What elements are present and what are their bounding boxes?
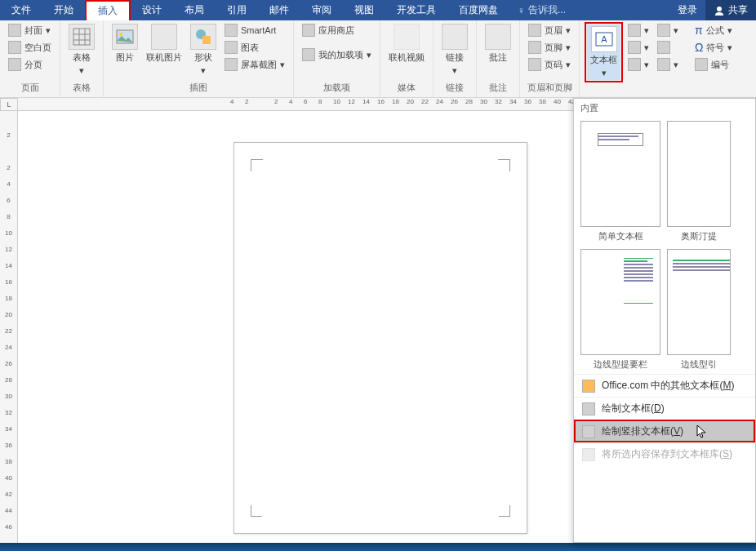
object-button[interactable]: ▾ xyxy=(654,56,682,73)
login-button[interactable]: 登录 xyxy=(669,0,705,20)
cover-page-button[interactable]: 封面▾ xyxy=(5,22,55,38)
textbox-thumb-quote[interactable]: 边线型引 xyxy=(667,249,731,371)
svg-point-7 xyxy=(119,33,122,36)
menu-more-textboxes[interactable]: Office.com 中的其他文本框(M) xyxy=(574,374,755,397)
svg-rect-9 xyxy=(202,36,211,44)
ribbon: 封面▾ 空白页 分页 页面 表格▾ 表格 图片 联机图片 形状▾ SmartAr… xyxy=(0,20,756,98)
vertical-ruler[interactable]: 2246810121416182022242628303234363840424… xyxy=(0,111,18,543)
mouse-cursor-icon xyxy=(696,424,708,439)
online-picture-button[interactable]: 联机图片 xyxy=(143,22,185,65)
draw-textbox-icon xyxy=(582,402,595,415)
textbox-thumb-austin[interactable]: 奥斯汀提 xyxy=(667,121,731,242)
wordart-icon xyxy=(628,41,641,54)
links-button[interactable]: 链接▾ xyxy=(438,22,471,78)
tab-mailings[interactable]: 邮件 xyxy=(258,0,300,20)
equation-button[interactable]: π公式▾ xyxy=(692,22,736,38)
page-number-button[interactable]: 页码▾ xyxy=(525,56,574,73)
footer-button[interactable]: 页脚▾ xyxy=(525,39,574,56)
sig-icon xyxy=(657,24,670,37)
tab-baidu[interactable]: 百度网盘 xyxy=(447,0,509,20)
group-tables-label: 表格 xyxy=(65,82,98,96)
tab-home[interactable]: 开始 xyxy=(42,0,85,20)
table-icon xyxy=(69,24,95,50)
textbox-highlight: A 文本框▾ xyxy=(585,22,623,82)
tab-references[interactable]: 引用 xyxy=(216,0,258,20)
number-icon xyxy=(695,58,708,71)
group-text: A 文本框▾ ▾ ▾ ▾ ▾ ▾ xyxy=(580,20,687,97)
group-illustrations: 图片 联机图片 形状▾ SmartArt 图表 屏幕截图▾ 插图 xyxy=(104,20,294,97)
group-pages: 封面▾ 空白页 分页 页面 xyxy=(0,20,60,97)
dropcap-button[interactable]: ▾ xyxy=(625,56,652,73)
blank-page-button[interactable]: 空白页 xyxy=(5,39,55,56)
my-addins-button[interactable]: 我的加载项▾ xyxy=(299,47,375,63)
parts-icon xyxy=(628,24,641,37)
group-comments: 批注 批注 xyxy=(477,20,520,97)
group-media-label: 媒体 xyxy=(385,82,428,96)
draw-vertical-textbox-icon xyxy=(582,425,595,438)
smartart-button[interactable]: SmartArt xyxy=(221,22,288,38)
textbox-icon: A xyxy=(591,26,617,52)
chart-icon xyxy=(225,41,238,54)
tell-me-label: 告诉我... xyxy=(528,3,566,17)
tab-developer[interactable]: 开发工具 xyxy=(385,0,447,20)
tab-file[interactable]: 文件 xyxy=(0,0,42,20)
screenshot-icon xyxy=(225,58,238,71)
header-icon xyxy=(528,24,541,37)
share-button[interactable]: 共享 xyxy=(705,0,756,20)
office-icon xyxy=(582,380,595,393)
tab-insert[interactable]: 插入 xyxy=(85,0,131,20)
group-comments-label: 批注 xyxy=(482,82,514,96)
lightbulb-icon: ♀ xyxy=(518,5,525,16)
screenshot-button[interactable]: 屏幕截图▾ xyxy=(221,56,288,73)
share-icon xyxy=(714,5,725,16)
menu-draw-vertical-textbox[interactable]: 绘制竖排文本框(V) xyxy=(574,420,755,442)
tab-layout[interactable]: 布局 xyxy=(173,0,216,20)
tab-view[interactable]: 视图 xyxy=(343,0,385,20)
online-video-button: 联机视频 xyxy=(385,22,428,65)
page[interactable] xyxy=(233,142,527,534)
group-tables: 表格▾ 表格 xyxy=(60,20,104,97)
table-button[interactable]: 表格▾ xyxy=(65,22,98,78)
number-button[interactable]: 编号 xyxy=(692,56,736,73)
group-media: 联机视频 媒体 xyxy=(380,20,434,97)
blank-icon xyxy=(8,41,21,54)
comment-button[interactable]: 批注 xyxy=(482,22,514,65)
symbol-button[interactable]: Ω符号▾ xyxy=(692,39,736,56)
wordart-button[interactable]: ▾ xyxy=(625,39,652,56)
tab-review[interactable]: 审阅 xyxy=(300,0,343,20)
svg-rect-1 xyxy=(73,29,90,45)
group-pages-label: 页面 xyxy=(5,82,55,96)
video-icon xyxy=(394,24,420,50)
chart-button[interactable]: 图表 xyxy=(221,39,288,56)
pagenum-icon xyxy=(528,58,541,71)
share-label: 共享 xyxy=(728,3,748,17)
group-addins: 应用商店 我的加载项▾ 加载项 xyxy=(294,20,380,97)
footer-icon xyxy=(528,41,541,54)
taskbar xyxy=(0,543,756,551)
group-links-label: 链接 xyxy=(438,82,471,96)
date-button[interactable] xyxy=(654,39,682,56)
shapes-button[interactable]: 形状▾ xyxy=(187,22,220,78)
tab-design[interactable]: 设计 xyxy=(131,0,173,20)
picture-button[interactable]: 图片 xyxy=(109,22,141,65)
online-picture-icon xyxy=(151,24,177,50)
header-button[interactable]: 页眉▾ xyxy=(525,22,574,38)
link-icon xyxy=(442,24,468,50)
store-button[interactable]: 应用商店 xyxy=(299,22,375,38)
store-icon xyxy=(302,24,315,37)
quick-parts-button[interactable]: ▾ xyxy=(625,22,652,38)
textbox-button[interactable]: A 文本框▾ xyxy=(587,24,620,80)
ruler-corner[interactable]: L xyxy=(0,98,18,111)
page-break-button[interactable]: 分页 xyxy=(5,56,55,73)
sig-button[interactable]: ▾ xyxy=(654,22,682,38)
group-header-footer: 页眉▾ 页脚▾ 页码▾ 页眉和页脚 xyxy=(520,20,580,97)
menu-save-selection: 将所选内容保存到文本框库(S) xyxy=(574,442,755,465)
group-symbols: π公式▾ Ω符号▾ 编号 xyxy=(687,20,740,97)
textbox-thumb-sidebar[interactable]: 边线型提要栏 xyxy=(580,249,660,371)
dropcap-icon xyxy=(628,58,641,71)
tell-me[interactable]: ♀ 告诉我... xyxy=(509,0,574,20)
group-links: 链接▾ 链接 xyxy=(434,20,477,97)
textbox-thumb-simple[interactable]: 简单文本框 xyxy=(580,121,660,242)
save-icon xyxy=(582,448,595,461)
menu-draw-textbox[interactable]: 绘制文本框(D) xyxy=(574,397,755,420)
